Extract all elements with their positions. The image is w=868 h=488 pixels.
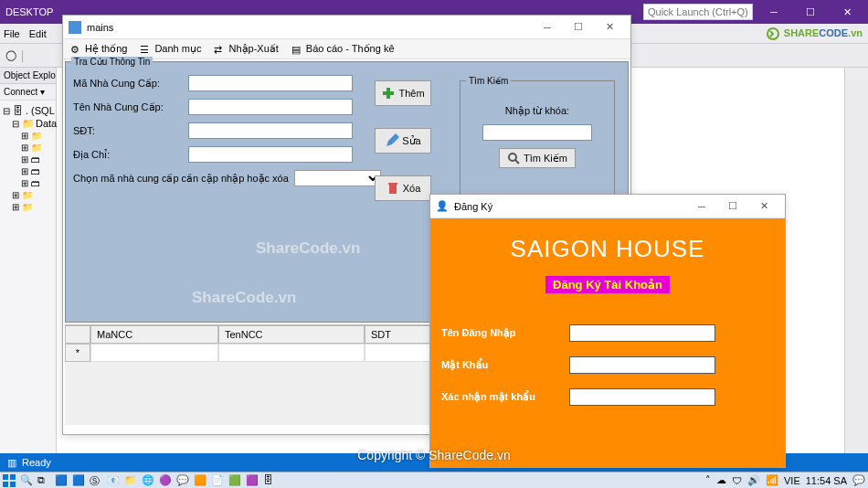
taskbar-app-icon[interactable]: 🗄 [263,474,276,487]
tray-notifications-icon[interactable]: 💬 [852,474,865,486]
taskbar-app-icon[interactable]: 🟦 [55,474,68,487]
addr-input[interactable] [188,146,353,163]
tray-icon[interactable]: 📶 [766,474,778,486]
toolbar-nav-back-icon[interactable]: ◯ [5,49,16,61]
tray-lang[interactable]: VIE [784,475,800,486]
windows-taskbar[interactable]: 🔍 ⧉ 🟦 🟦 Ⓢ 📧 📁 🌐 🟣 💬 🟧 📄 🟩 🟪 🗄 ˄ ☁ 🛡 🔊 📶 … [0,472,868,488]
taskbar-app-icon[interactable]: Ⓢ [90,474,102,487]
vs-right-panel [844,68,868,453]
lookup-legend: Tra Cứu Thông Tin [71,57,153,67]
col-tenncc[interactable]: TenNCC [218,325,365,344]
taskbar-app-icon[interactable]: 🌐 [142,474,154,487]
maximize-button[interactable]: ☐ [717,196,748,217]
svg-rect-3 [388,183,397,185]
menu-category[interactable]: ☰Danh mục [140,43,201,55]
user-icon: 👤 [436,200,449,212]
close-button[interactable]: ✕ [748,196,779,217]
object-explorer-panel: Object Explorer Connect ▾ ⊟ 🗄. (SQL S ⊟ … [0,68,57,453]
name-input[interactable] [188,99,353,115]
tree-node-server[interactable]: ⊟ 🗄. (SQL S [3,104,53,117]
name-label: Tên Nhà Cung Cấp: [73,101,183,113]
search-input[interactable] [482,124,592,141]
taskbar-app-icon[interactable]: 🟩 [228,474,241,487]
tree-node[interactable]: ⊞ 🗃 [3,154,53,165]
phone-input[interactable] [188,122,353,139]
tree-node[interactable]: ⊞ 📁 [3,130,53,142]
plus-icon [381,86,396,101]
trash-icon [386,181,400,196]
register-heading: SAIGON HOUSE [441,235,774,263]
search-button[interactable]: Tìm Kiếm [499,148,576,168]
taskbar-app-icon[interactable]: 📄 [211,474,224,487]
addr-label: Địa Chỉ: [73,149,183,161]
watermark: ShareCode.vn [256,239,360,258]
taskbar-app-icon[interactable]: 🟣 [159,474,172,487]
menu-file[interactable]: File [4,28,20,39]
tray-icon[interactable]: ˄ [705,474,711,486]
minimize-icon[interactable]: ─ [758,3,789,21]
taskbar-app-icon[interactable]: 💬 [176,474,189,487]
password-input[interactable] [569,356,715,374]
register-subheading: Đăng Ký Tài Khoản [545,276,670,293]
tray-icon[interactable]: ☁ [716,474,726,486]
svg-rect-6 [10,474,16,480]
mains-title: mains [87,22,113,33]
minimize-button[interactable]: ─ [686,196,717,217]
maximize-button[interactable]: ☐ [563,17,594,37]
taskbar-app-icon[interactable]: 🟧 [194,474,206,487]
register-window: 👤 Đăng Ký ─ ☐ ✕ SAIGON HOUSE Đăng Ký Tài… [429,194,786,468]
search-icon[interactable]: 🔍 [20,474,33,487]
tree-node-databases[interactable]: ⊟ 📁Data [3,117,53,130]
close-button[interactable]: ✕ [594,17,625,37]
tray-icon[interactable]: 🛡 [732,475,742,486]
username-label: Tên Đăng Nhập [441,327,560,339]
tree-node[interactable]: ⊞ 📁 [3,201,53,213]
svg-rect-8 [10,482,16,487]
confirm-label: Xác nhận mật khẩu [441,391,560,403]
taskbar-app-icon[interactable]: 📁 [124,474,137,487]
code-input[interactable] [188,75,353,91]
svg-rect-5 [3,474,8,480]
tree-node[interactable]: ⊞ 📁 [3,189,53,201]
tree-node[interactable]: ⊞ 📁 [3,142,53,154]
menu-system[interactable]: ⚙Hệ thống [70,43,127,55]
close-icon[interactable]: ✕ [831,3,863,21]
mains-titlebar[interactable]: mains ─ ☐ ✕ [63,16,630,39]
register-titlebar[interactable]: 👤 Đăng Ký ─ ☐ ✕ [430,195,785,218]
quick-launch-input[interactable] [643,4,753,20]
app-icon [69,21,81,34]
edit-button[interactable]: Sửa [375,128,431,154]
tree-node[interactable]: ⊞ 🗃 [3,177,53,189]
tray-time[interactable]: 11:54 SA [806,475,847,486]
search-label: Nhập từ khóa: [468,105,607,117]
pencil-icon [385,133,399,148]
choose-select[interactable] [294,170,381,186]
row-marker: * [65,344,90,362]
taskbar-app-icon[interactable]: 🟦 [72,474,85,487]
password-label: Mật Khẩu [441,359,560,371]
phone-label: SĐT: [73,125,183,136]
taskview-icon[interactable]: ⧉ [37,474,50,487]
taskbar-app-icon[interactable]: 📧 [107,474,120,487]
tray-icon[interactable]: 🔊 [747,474,760,486]
windows-start-icon[interactable] [3,474,16,487]
add-button[interactable]: Thêm [375,80,431,106]
search-legend: Tìm Kiếm [466,76,511,86]
choose-label: Chọn mã nhà cung cấp cần cập nhập hoặc x… [73,173,289,185]
delete-button[interactable]: Xóa [375,175,431,201]
username-input[interactable] [569,324,715,342]
register-title: Đăng Ký [454,201,492,212]
tree-node[interactable]: ⊞ 🗃 [3,165,53,177]
vs-title: DESKTOP [5,6,53,17]
magnifier-icon [507,152,520,164]
confirm-input[interactable] [569,388,715,406]
sharecode-logo: SHARECODE.vn [766,26,863,41]
connect-button[interactable]: Connect ▾ [0,84,56,101]
minimize-button[interactable]: ─ [532,17,563,37]
maximize-icon[interactable]: ☐ [795,3,826,21]
col-mancc[interactable]: MaNCC [90,325,218,344]
menu-io[interactable]: ⇄Nhập-Xuất [214,43,278,55]
menu-edit[interactable]: Edit [29,28,47,39]
taskbar-app-icon[interactable]: 🟪 [246,474,259,487]
menu-report[interactable]: ▤Báo cáo - Thống kê [291,43,395,55]
